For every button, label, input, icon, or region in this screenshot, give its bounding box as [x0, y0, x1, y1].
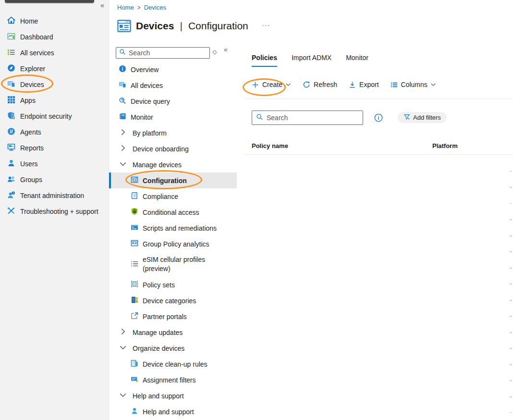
home-icon [7, 16, 15, 26]
tab-monitor[interactable]: Monitor [346, 54, 368, 67]
menu-item-device-categories[interactable]: Device categories [109, 293, 237, 309]
sidebar-item-label: Users [20, 160, 38, 168]
menu-group-help-and-support[interactable]: Help and support [109, 388, 237, 404]
search-icon [119, 49, 126, 57]
menu-item-device-cleanup-rules[interactable]: Device clean-up rules [109, 356, 237, 372]
breadcrumb: Home > Devices [117, 4, 166, 11]
breadcrumb-link-devices[interactable]: Devices [144, 4, 166, 11]
info-icon[interactable] [374, 113, 383, 124]
sidebar-item-label: Groups [20, 176, 42, 184]
add-filters-button[interactable]: Add filters [398, 112, 447, 123]
sidebar-item-label: Dashboard [20, 33, 53, 41]
menu-item-policy-sets[interactable]: Policy sets [109, 277, 237, 293]
group-policy-analytics-icon [131, 239, 138, 248]
chevron-right-icon [119, 144, 127, 153]
menu-group-device-onboarding[interactable]: Device onboarding [109, 141, 237, 157]
columns-button[interactable]: Columns [391, 81, 436, 88]
more-options-button[interactable]: ··· [262, 21, 270, 29]
menu-item-overview[interactable]: Overview [109, 62, 237, 77]
menu-item-partner-portals[interactable]: Partner portals [109, 309, 237, 324]
endpoint-security-icon [7, 111, 15, 121]
column-header-policy-name[interactable]: Policy name [252, 142, 288, 149]
menu-group-manage-updates[interactable]: Manage updates [109, 324, 237, 340]
troubleshooting-icon [7, 207, 15, 216]
tab-import-admx[interactable]: Import ADMX [292, 54, 331, 67]
chevron-right-icon [119, 328, 127, 337]
chevron-right-icon [119, 128, 127, 137]
menu-item-group-policy-analytics[interactable]: Group Policy analytics [109, 236, 237, 252]
sidebar-collapse-button[interactable]: « [100, 1, 104, 9]
pin-diamond-icon[interactable] [212, 49, 218, 57]
menu-group-by-platform[interactable]: By platform [109, 125, 237, 141]
dashboard-icon [7, 32, 15, 42]
breadcrumb-link-home[interactable]: Home [117, 4, 134, 11]
info-icon [119, 65, 126, 74]
sidebar-item-agents[interactable]: Agents [0, 124, 109, 140]
scripts-icon [131, 223, 138, 233]
tenant-administration-icon [7, 191, 15, 200]
partner-portals-icon [131, 312, 138, 321]
sidebar-item-explorer[interactable]: Explorer [0, 61, 109, 76]
sidebar-item-label: Explorer [20, 65, 45, 73]
sidebar-item-endpoint-security[interactable]: Endpoint security [0, 108, 109, 124]
sidebar-item-label: Apps [20, 97, 36, 104]
menu-item-help-and-support[interactable]: Help and support [109, 404, 237, 420]
columns-menu-chevron[interactable] [430, 82, 436, 87]
reports-icon [7, 143, 15, 153]
all-services-icon [7, 48, 15, 58]
menu-item-scripts-remediations[interactable]: Scripts and remediations [109, 220, 237, 236]
intune-admin-page: « Home Dashboard All services Explorer D… [0, 0, 513, 420]
menu-search-box [116, 47, 210, 59]
sidebar-item-dashboard[interactable]: Dashboard [0, 29, 109, 45]
table-header-divider [244, 154, 513, 155]
device-categories-icon [131, 296, 138, 305]
sidebar-item-reports[interactable]: Reports [0, 140, 109, 156]
sidebar-item-troubleshooting-support[interactable]: Troubleshooting + support [0, 203, 109, 219]
menu-item-conditional-access[interactable]: Conditional access [109, 204, 237, 220]
groups-icon [7, 175, 15, 185]
tab-policies[interactable]: Policies [252, 54, 277, 67]
esim-list-icon [131, 260, 138, 269]
users-icon [7, 159, 15, 169]
menu-collapse-button[interactable]: « [224, 46, 228, 53]
menu-item-all-devices[interactable]: All devices [109, 77, 237, 93]
menu-search-input[interactable] [129, 49, 207, 57]
sidebar-item-home[interactable]: Home [0, 13, 109, 29]
sidebar-item-label: Troubleshooting + support [20, 208, 98, 215]
sidebar-item-label: Tenant administration [20, 192, 84, 199]
menu-item-esim-cellular-profiles[interactable]: eSIM cellular profiles (preview) [109, 252, 237, 277]
sidebar-item-tenant-administration[interactable]: Tenant administration [0, 187, 109, 203]
create-menu-chevron[interactable] [285, 82, 291, 87]
refresh-button[interactable]: Refresh [303, 81, 337, 88]
right-edge-tick-marks [510, 171, 512, 413]
chevron-down-icon [119, 391, 127, 400]
menu-nav: Overview All devices Device query Monito… [109, 62, 237, 420]
sidebar-item-all-services[interactable]: All services [0, 45, 109, 61]
device-query-icon [119, 97, 126, 106]
menu-item-compliance[interactable]: Compliance [109, 188, 237, 204]
app-sidebar: « Home Dashboard All services Explorer D… [0, 0, 109, 420]
page-title: Devices [136, 20, 174, 32]
export-button[interactable]: Export [349, 81, 379, 88]
menu-group-organize-devices[interactable]: Organize devices [109, 340, 237, 356]
menu-item-device-query[interactable]: Device query [109, 93, 237, 109]
configuration-icon [131, 176, 138, 185]
menu-item-assignment-filters[interactable]: Assignment filters [109, 372, 237, 388]
menu-item-monitor[interactable]: Monitor [109, 109, 237, 125]
menu-group-manage-devices[interactable]: Manage devices [109, 157, 237, 173]
sidebar-item-groups[interactable]: Groups [0, 172, 109, 187]
menu-panel: « Overview All devices Device query Moni… [109, 42, 237, 420]
menu-item-configuration[interactable]: Configuration [109, 173, 237, 188]
create-button[interactable]: Create [252, 81, 291, 88]
columns-list-icon [391, 81, 398, 88]
compliance-icon [131, 192, 138, 201]
filter-icon [403, 113, 410, 122]
sidebar-item-users[interactable]: Users [0, 156, 109, 172]
sidebar-item-apps[interactable]: Apps [0, 92, 109, 108]
policy-search-input[interactable] [267, 114, 359, 122]
conditional-access-icon [131, 208, 138, 217]
sidebar-item-devices[interactable]: Devices [0, 76, 109, 92]
app-sidebar-menu: Home Dashboard All services Explorer Dev… [0, 13, 109, 219]
sidebar-item-label: Endpoint security [20, 112, 72, 120]
column-header-platform[interactable]: Platform [432, 142, 458, 149]
